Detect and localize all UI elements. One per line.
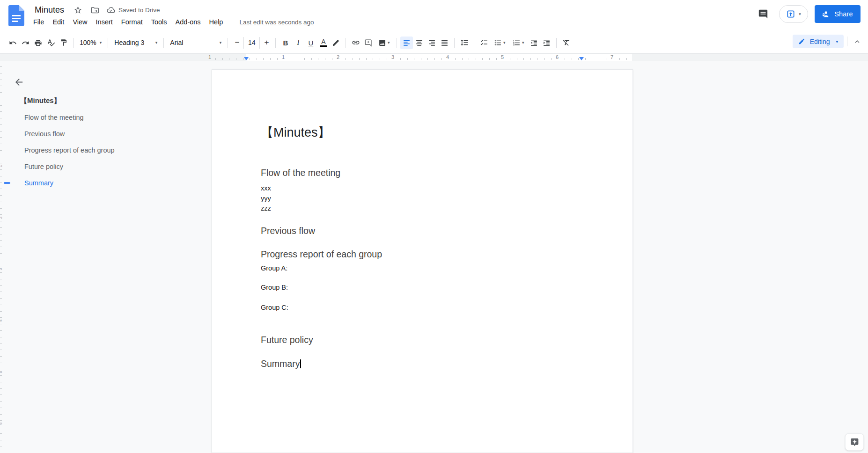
mode-select[interactable]: Editing ▾: [793, 35, 844, 48]
saved-status[interactable]: Saved to Drive: [106, 6, 160, 15]
align-center-button[interactable]: [413, 37, 426, 49]
outline-item-label: Progress report of each group: [24, 146, 115, 154]
outline-item-minutes[interactable]: 【Minutes】: [20, 93, 189, 109]
menu-insert[interactable]: Insert: [92, 17, 117, 27]
collapse-toolbar-button[interactable]: [851, 35, 863, 48]
title-bar: Minutes Saved to Drive File Edit View In…: [0, 0, 868, 32]
decrease-indent-button[interactable]: [528, 37, 540, 49]
justify-button[interactable]: [438, 37, 451, 49]
toolbar-separator: [397, 38, 397, 48]
menu-help[interactable]: Help: [205, 17, 228, 27]
toolbar-separator: [73, 38, 74, 48]
ruler-number: 5: [0, 371, 3, 373]
move-to-folder-button[interactable]: [89, 5, 100, 15]
spellcheck-icon: [47, 38, 55, 47]
bulleted-list-icon: [494, 39, 502, 47]
toolbar: 100% ▾ Heading 3 ▾ Arial ▾ − 14 + B I U …: [0, 32, 868, 54]
align-right-icon: [428, 39, 436, 47]
explore-button[interactable]: [845, 433, 864, 451]
doc-heading[interactable]: Future policy: [261, 334, 584, 345]
italic-button[interactable]: I: [292, 37, 304, 49]
add-comment-button[interactable]: [362, 37, 375, 49]
line-spacing-button[interactable]: [458, 37, 471, 49]
doc-heading[interactable]: Progress report of each group: [261, 248, 584, 260]
share-button[interactable]: Share: [815, 5, 861, 23]
toolbar-separator: [163, 38, 164, 48]
left-indent-marker[interactable]: [244, 57, 249, 60]
underline-button[interactable]: U: [304, 37, 317, 49]
undo-button[interactable]: [7, 37, 19, 49]
redo-button[interactable]: [19, 37, 32, 49]
doc-title-text[interactable]: 【Minutes】: [261, 124, 584, 141]
paint-format-button[interactable]: [57, 37, 70, 49]
font-family-select[interactable]: Arial ▾: [167, 37, 224, 49]
paragraph-style-select[interactable]: Heading 3 ▾: [111, 37, 160, 49]
highlight-color-button[interactable]: [330, 37, 342, 49]
decrease-font-size-button[interactable]: −: [231, 38, 243, 47]
spellcheck-button[interactable]: [44, 37, 57, 49]
document-canvas: 1 2 3 4 5 6 【Minutes】 Flow of the meetin…: [0, 61, 868, 453]
italic-icon: I: [297, 38, 299, 47]
saved-status-label: Saved to Drive: [118, 7, 160, 14]
close-outline-button[interactable]: [9, 73, 28, 91]
last-edit-link[interactable]: Last edit was seconds ago: [239, 19, 314, 26]
clear-formatting-button[interactable]: [560, 37, 573, 49]
redo-icon: [22, 39, 29, 47]
insert-image-button[interactable]: ▾: [375, 37, 393, 49]
outline-item-future-policy[interactable]: Future policy: [20, 158, 189, 175]
print-button[interactable]: [32, 37, 44, 49]
right-indent-marker[interactable]: [579, 57, 584, 60]
menu-addons[interactable]: Add-ons: [171, 17, 205, 27]
doc-paragraph[interactable]: yyy: [261, 194, 584, 204]
checklist-button[interactable]: [478, 37, 490, 49]
font-size-input[interactable]: 14: [243, 37, 260, 49]
numbered-list-button[interactable]: ▾: [509, 37, 528, 49]
numbered-list-dropdown-icon: ▾: [522, 40, 524, 45]
document-page[interactable]: 【Minutes】 Flow of the meeting xxx yyy zz…: [212, 69, 633, 453]
doc-paragraph[interactable]: xxx: [261, 183, 584, 194]
present-button[interactable]: ▾: [779, 5, 808, 23]
outline-item-previous-flow[interactable]: Previous flow: [20, 125, 189, 142]
menu-edit[interactable]: Edit: [48, 17, 68, 27]
menu-tools[interactable]: Tools: [147, 17, 171, 27]
doc-heading[interactable]: Flow of the meeting: [261, 167, 584, 178]
increase-font-size-button[interactable]: +: [261, 38, 272, 47]
zoom-value: 100%: [80, 39, 96, 46]
align-left-button[interactable]: [400, 37, 413, 49]
numbered-list-icon: [513, 39, 521, 47]
outline-item-progress-report[interactable]: Progress report of each group: [20, 142, 189, 158]
align-left-icon: [403, 39, 411, 47]
star-button[interactable]: [73, 5, 83, 15]
document-title-input[interactable]: Minutes: [33, 4, 66, 16]
menu-file[interactable]: File: [29, 17, 48, 27]
menu-format[interactable]: Format: [117, 17, 147, 27]
doc-heading-text: Summary: [261, 358, 300, 369]
doc-heading[interactable]: Summary: [261, 358, 584, 369]
present-dropdown-icon[interactable]: ▾: [799, 12, 801, 16]
insert-link-button[interactable]: [349, 37, 362, 49]
increase-indent-button[interactable]: [540, 37, 553, 49]
doc-paragraph[interactable]: zzz: [261, 204, 584, 214]
align-right-button[interactable]: [426, 37, 438, 49]
menu-view[interactable]: View: [68, 17, 91, 27]
doc-paragraph[interactable]: Group C:: [261, 303, 584, 313]
share-button-label: Share: [834, 10, 853, 18]
google-docs-logo-icon[interactable]: [8, 5, 24, 26]
horizontal-ruler[interactable]: 1 1 2 3 4 5 6 7: [0, 54, 868, 61]
outline-item-flow-of-the-meeting[interactable]: Flow of the meeting: [20, 109, 189, 125]
ruler-number: 2: [0, 216, 3, 219]
bold-button[interactable]: B: [279, 37, 292, 49]
text-color-button[interactable]: A: [317, 37, 330, 49]
toolbar-separator: [454, 38, 455, 48]
doc-paragraph[interactable]: Group A:: [261, 263, 584, 274]
doc-paragraph[interactable]: Group B:: [261, 283, 584, 293]
share-lock-person-icon: [821, 10, 830, 19]
checklist-icon: [480, 38, 488, 47]
outline-item-summary[interactable]: Summary: [20, 175, 189, 191]
underline-icon: U: [308, 39, 313, 47]
open-comments-button[interactable]: [754, 5, 772, 23]
toolbar-separator: [228, 38, 228, 48]
doc-heading[interactable]: Previous flow: [261, 225, 584, 236]
bulleted-list-button[interactable]: ▾: [490, 37, 509, 49]
zoom-select[interactable]: 100% ▾: [77, 37, 104, 49]
